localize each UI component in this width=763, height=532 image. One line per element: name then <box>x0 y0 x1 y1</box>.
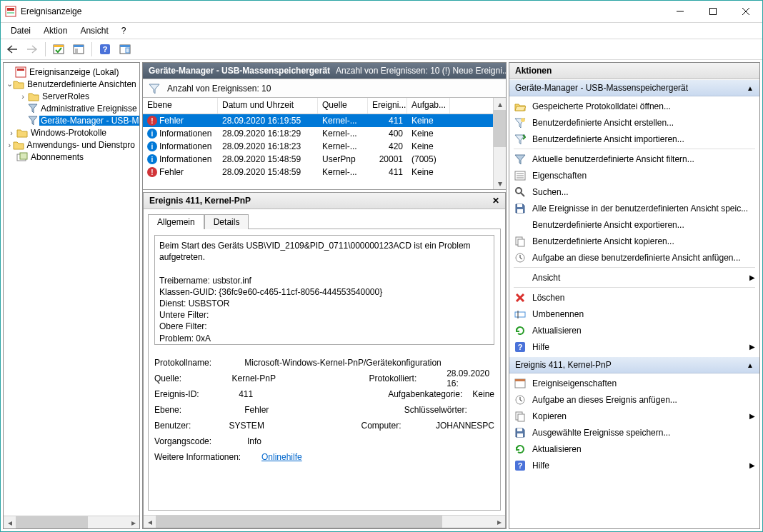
back-button[interactable] <box>4 41 21 58</box>
action-item[interactable]: Aktualisieren <box>509 322 759 338</box>
svg-rect-31 <box>517 209 523 213</box>
maximize-button[interactable] <box>697 1 729 22</box>
detail-hscroll[interactable]: ◂▸ <box>144 515 505 528</box>
tree-device-manager[interactable]: Geräte-Manager - USB-M <box>4 114 139 126</box>
info-icon: i <box>147 154 157 164</box>
action-item[interactable]: Aktuelle benutzerdefinierte Ansicht filt… <box>509 151 759 167</box>
action-item[interactable]: Benutzerdefinierte Ansicht exportieren..… <box>509 216 759 233</box>
svg-rect-4 <box>710 9 717 15</box>
action-item[interactable]: Aufgabe an dieses Ereignis anfügen... <box>509 391 759 408</box>
copy-icon <box>514 235 527 248</box>
tree-app-logs[interactable]: ›Anwendungs- und Dienstpro <box>4 139 139 151</box>
tree-subscriptions[interactable]: Abonnements <box>4 151 139 163</box>
tree-custom-views[interactable]: ⌄Benutzerdefinierte Ansichten <box>4 78 139 90</box>
action-item[interactable]: Gespeicherte Protokolldatei öffnen... <box>509 98 759 114</box>
action-item[interactable]: Benutzerdefinierte Ansicht kopieren... <box>509 233 759 249</box>
detail-header: Ereignis 411, Kernel-PnP ✕ <box>144 193 505 209</box>
tab-general[interactable]: Allgemein <box>148 214 204 229</box>
view-icon <box>514 271 527 284</box>
col-task[interactable]: Aufgab... <box>407 98 450 114</box>
actions-section-event[interactable]: Ereignis 411, Kernel-PnP▲ <box>509 356 759 373</box>
folder-icon <box>13 79 24 90</box>
action-item[interactable]: Aufgabe an diese benutzerdefinierte Ansi… <box>509 249 759 266</box>
menu-view[interactable]: Ansicht <box>74 24 114 37</box>
show-hide-tree-button[interactable] <box>50 41 67 58</box>
action-item[interactable]: Benutzerdefinierte Ansicht erstellen... <box>509 114 759 131</box>
actions-section-view[interactable]: Geräte-Manager - USB-Massenspeichergerät… <box>509 79 759 96</box>
create-icon <box>514 116 527 129</box>
tree-hscroll[interactable]: ◂▸ <box>4 516 139 528</box>
properties-button[interactable] <box>70 41 87 58</box>
action-item[interactable]: Benutzerdefinierte Ansicht importieren..… <box>509 131 759 147</box>
tree-admin-events[interactable]: Administrative Ereignisse <box>4 102 139 114</box>
grid-vscroll[interactable]: ▴▾ <box>493 98 506 189</box>
close-button[interactable] <box>729 1 762 22</box>
folder-icon <box>28 91 39 102</box>
svg-rect-18 <box>126 48 129 53</box>
action-item[interactable]: ?Hilfe▶ <box>509 457 759 473</box>
save-icon <box>514 426 527 439</box>
menu-action[interactable]: Aktion <box>38 24 73 37</box>
action-item[interactable]: Eigenschaften <box>509 167 759 184</box>
tree-panel: Ereignisanzeige (Lokal) ⌄Benutzerdefinie… <box>3 62 140 529</box>
help-button[interactable]: ? <box>96 41 114 58</box>
actions-header: Aktionen <box>509 63 759 79</box>
svg-rect-17 <box>120 45 130 47</box>
menu-help[interactable]: ? <box>116 24 132 37</box>
detail-close-icon[interactable]: ✕ <box>492 196 499 206</box>
app-icon <box>5 6 16 17</box>
action-item[interactable]: Alle Ereignisse in der benutzerdefiniert… <box>509 200 759 216</box>
action-item[interactable]: Löschen <box>509 289 759 306</box>
online-help-link[interactable]: Onlinehilfe <box>261 452 302 462</box>
actions-panel: Aktionen Geräte-Manager - USB-Massenspei… <box>509 62 760 529</box>
tab-details[interactable]: Details <box>204 214 249 229</box>
col-datetime[interactable]: Datum und Uhrzeit <box>218 98 318 114</box>
svg-text:?: ? <box>518 343 523 351</box>
col-eventid[interactable]: Ereigni... <box>368 98 407 114</box>
event-detail-pane: Ereignis 411, Kernel-PnP ✕ Allgemein Det… <box>143 192 506 528</box>
svg-rect-30 <box>517 204 522 207</box>
event-row[interactable]: iInformationen28.09.2020 16:18:29Kernel-… <box>143 127 493 140</box>
action-item[interactable]: Umbenennen <box>509 306 759 322</box>
action-item[interactable]: Ereigniseigenschaften <box>509 375 759 391</box>
menubar: Datei Aktion Ansicht ? <box>1 23 762 39</box>
event-row[interactable]: !Fehler28.09.2020 16:19:55Kernel-...411K… <box>143 114 493 127</box>
detail-title: Ereignis 411, Kernel-PnP <box>149 196 251 206</box>
collapse-icon: ▲ <box>747 84 754 92</box>
titlebar: Ereignisanzeige <box>1 1 762 23</box>
action-item[interactable]: Suchen... <box>509 184 759 200</box>
task-icon <box>514 251 527 264</box>
event-row[interactable]: iInformationen28.09.2020 15:48:59UserPnp… <box>143 153 493 166</box>
minimize-button[interactable] <box>664 1 697 22</box>
menu-file[interactable]: Datei <box>5 24 36 37</box>
event-grid[interactable]: Ebene Datum und Uhrzeit Quelle Ereigni..… <box>143 98 493 189</box>
action-item[interactable]: Kopieren▶ <box>509 408 759 424</box>
help-icon: ? <box>514 459 527 472</box>
event-row[interactable]: iInformationen28.09.2020 16:18:23Kernel-… <box>143 140 493 153</box>
event-row[interactable]: !Fehler28.09.2020 15:48:59Kernel-...411K… <box>143 166 493 179</box>
events-header-subtitle: Anzahl von Ereignissen: 10 (!) Neue Erei… <box>336 66 506 76</box>
event-message: Beim Start des Geräts USB\VID_2109&PID_0… <box>154 235 494 345</box>
tree-root[interactable]: Ereignisanzeige (Lokal) <box>4 66 139 78</box>
filter-icon <box>514 153 527 166</box>
svg-point-23 <box>521 118 525 122</box>
col-level[interactable]: Ebene <box>143 98 218 114</box>
forward-button[interactable] <box>24 41 41 58</box>
action-item[interactable]: Aktualisieren <box>509 441 759 457</box>
chevron-right-icon: ▶ <box>749 273 755 281</box>
action-item[interactable]: Ansicht▶ <box>509 269 759 286</box>
toolbar: ? <box>1 39 762 60</box>
filter-icon <box>149 83 160 94</box>
refresh-button[interactable] <box>116 41 134 58</box>
svg-rect-49 <box>518 414 524 421</box>
tree-windows-logs[interactable]: ›Windows-Protokolle <box>4 126 139 139</box>
open-icon <box>514 100 527 113</box>
tree-server-roles[interactable]: ›ServerRoles <box>4 90 139 102</box>
action-item[interactable]: ?Hilfe▶ <box>509 338 759 355</box>
collapse-icon: ▲ <box>747 361 754 369</box>
action-item[interactable]: Ausgewählte Ereignisse speichern... <box>509 424 759 441</box>
info-icon: i <box>147 141 157 151</box>
svg-rect-44 <box>515 379 525 381</box>
col-source[interactable]: Quelle <box>318 98 368 114</box>
event-properties: Protokollname:Microsoft-Windows-Kernel-P… <box>154 355 494 465</box>
